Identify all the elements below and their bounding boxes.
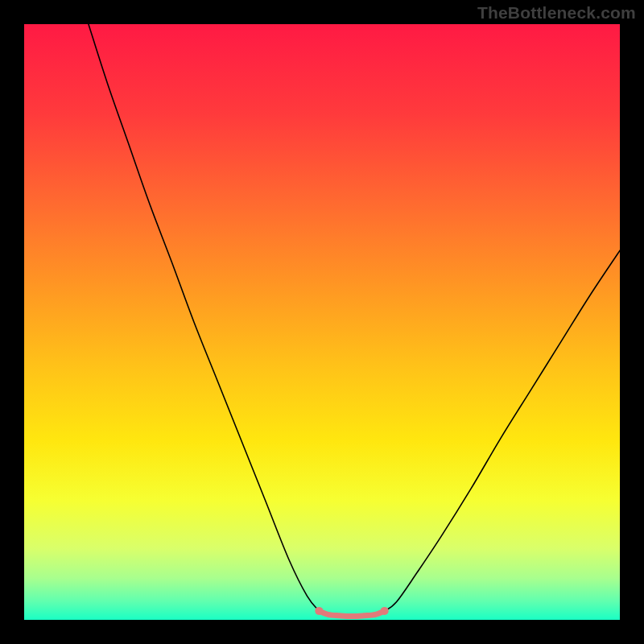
endpoint-marker-1 [381,607,389,615]
watermark-text: TheBottleneck.com [477,3,636,23]
chart-background [24,24,620,620]
bottleneck-chart [24,24,620,620]
endpoint-marker-0 [315,607,323,615]
chart-frame [24,24,620,620]
